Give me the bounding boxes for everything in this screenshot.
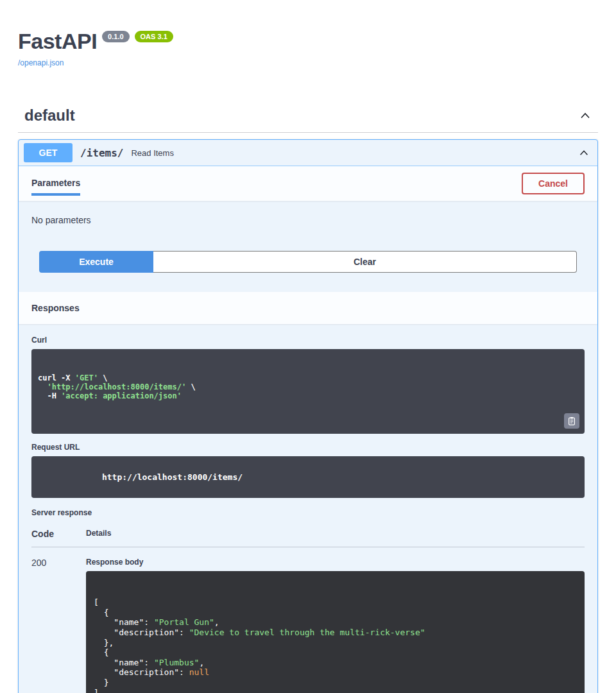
code-column-header: Code xyxy=(31,529,86,539)
response-details: Response body [ { "name": "Portal Gun", … xyxy=(86,558,585,693)
server-response-table: Code Details 200 Response body [ { "name… xyxy=(31,529,585,693)
swagger-ui-page: FastAPI 0.1.0 OAS 3.1 /openapi.json defa… xyxy=(0,0,616,693)
response-body-label: Response body xyxy=(86,558,585,567)
clear-button[interactable]: Clear xyxy=(153,251,577,273)
details-column-header: Details xyxy=(86,529,585,539)
status-code: 200 xyxy=(31,558,86,693)
oas-badge: OAS 3.1 xyxy=(135,31,173,42)
curl-command-block: curl -X 'GET' \ 'http://localhost:8000/i… xyxy=(31,349,585,434)
tag-title: default xyxy=(24,107,75,124)
server-response-label: Server response xyxy=(31,508,585,517)
parameters-section-header: Parameters Cancel xyxy=(19,166,597,201)
api-info-header: FastAPI 0.1.0 OAS 3.1 /openapi.json xyxy=(0,0,616,68)
execute-button-group: Execute Clear xyxy=(19,243,597,292)
curl-command-text: curl -X 'GET' \ 'http://localhost:8000/i… xyxy=(38,373,578,400)
response-body-block: [ { "name": "Portal Gun", "description":… xyxy=(86,571,585,693)
responses-section-header: Responses xyxy=(19,292,597,324)
execute-button[interactable]: Execute xyxy=(39,251,153,273)
version-badge: 0.1.0 xyxy=(102,31,129,42)
server-response-table-head: Code Details xyxy=(31,529,585,547)
responses-header-title: Responses xyxy=(31,303,80,313)
request-url-label: Request URL xyxy=(31,443,585,452)
api-title: FastAPI xyxy=(18,30,97,53)
operation-path: /items/ xyxy=(80,147,123,159)
tag-section-header[interactable]: default xyxy=(18,101,598,133)
tab-parameters[interactable]: Parameters xyxy=(31,171,80,196)
cancel-button[interactable]: Cancel xyxy=(522,173,585,194)
parameters-content: No parameters xyxy=(19,201,597,243)
request-url-block: http://localhost:8000/items/ xyxy=(31,456,585,498)
copy-to-clipboard-icon[interactable] xyxy=(564,413,579,429)
opblock-get-items: GET /items/ Read Items Parameters Cancel… xyxy=(18,139,598,693)
collapse-operation-chevron-icon[interactable] xyxy=(578,147,590,158)
operation-description: Read Items xyxy=(131,148,173,158)
no-parameters-text: No parameters xyxy=(31,215,91,225)
responses-content: Curl curl -X 'GET' \ 'http://localhost:8… xyxy=(19,324,597,693)
title-row: FastAPI 0.1.0 OAS 3.1 xyxy=(18,30,598,53)
collapse-tag-chevron-icon[interactable] xyxy=(579,109,592,122)
http-method-badge: GET xyxy=(24,143,73,162)
operation-summary[interactable]: GET /items/ Read Items xyxy=(19,140,597,166)
curl-label: Curl xyxy=(31,336,585,345)
tag-section-default: default GET /items/ Read Items Parameter… xyxy=(18,101,598,693)
server-response-row: 200 Response body [ { "name": "Portal Gu… xyxy=(31,547,585,693)
request-url-text: http://localhost:8000/items/ xyxy=(102,472,243,482)
opblock-body: Parameters Cancel No parameters Execute … xyxy=(19,166,597,693)
openapi-spec-link[interactable]: /openapi.json xyxy=(18,58,64,67)
response-body-json: [ { "name": "Portal Gun", "description":… xyxy=(94,597,577,693)
